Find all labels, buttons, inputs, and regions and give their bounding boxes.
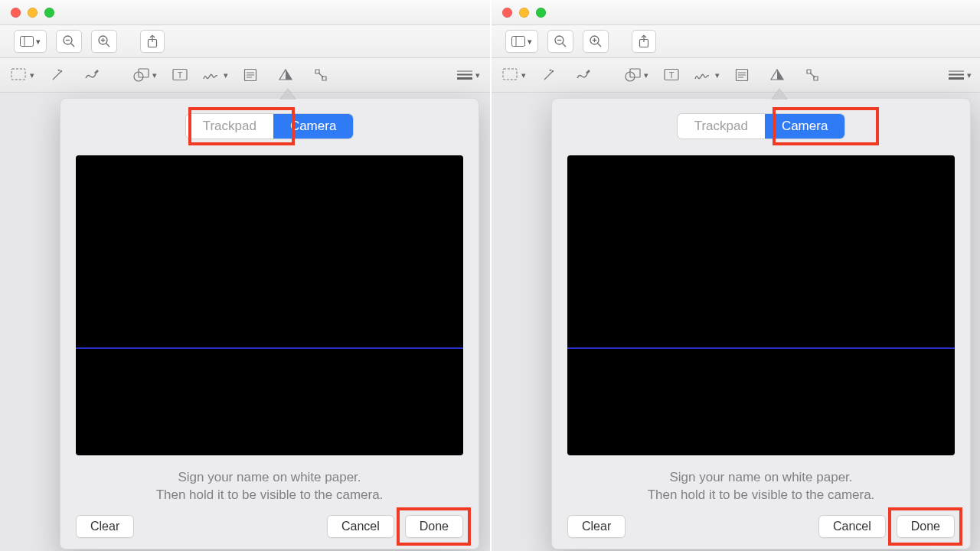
line-style-tool[interactable]: ▾ xyxy=(455,64,481,86)
done-button[interactable]: Done xyxy=(897,515,955,538)
clear-button[interactable]: Clear xyxy=(567,515,626,538)
zoom-in-button[interactable] xyxy=(91,30,117,53)
window-right: ▾ ▾ ▾ T ▾ ▾ xyxy=(490,0,980,551)
crop-tool[interactable] xyxy=(799,64,825,86)
note-tool[interactable] xyxy=(237,64,263,86)
sidebar-toggle-button[interactable]: ▾ xyxy=(505,30,538,53)
trackpad-tab[interactable]: Trackpad xyxy=(678,114,765,139)
minimize-icon[interactable] xyxy=(519,8,529,18)
hint-line1: Sign your name on white paper. xyxy=(76,469,463,487)
shapes-tool[interactable]: ▾ xyxy=(132,64,158,86)
trackpad-tab[interactable]: Trackpad xyxy=(186,114,273,139)
signature-source-segmented: Trackpad Camera xyxy=(678,114,845,139)
zoom-out-button[interactable] xyxy=(56,30,82,53)
magic-wand-icon[interactable] xyxy=(536,64,562,86)
chevron-down-icon: ▾ xyxy=(528,37,532,47)
markup-toolbar: ▾ ▾ T ▾ ▾ xyxy=(492,58,980,93)
camera-tab[interactable]: Camera xyxy=(765,114,844,139)
selection-tool[interactable]: ▾ xyxy=(9,64,35,86)
hint-line2: Then hold it to be visible to the camera… xyxy=(76,487,463,504)
selection-tool[interactable]: ▾ xyxy=(501,64,527,86)
primary-toolbar: ▾ xyxy=(0,25,490,58)
svg-rect-11 xyxy=(11,69,25,80)
svg-line-40 xyxy=(544,71,553,80)
signature-tool[interactable]: ▾ xyxy=(694,64,720,86)
window-left: ▾ ▾ ▾ T ▾ ▾ xyxy=(0,0,490,551)
close-icon[interactable] xyxy=(11,8,21,18)
svg-line-12 xyxy=(53,71,61,80)
svg-text:T: T xyxy=(669,70,675,80)
minimize-icon[interactable] xyxy=(28,8,38,18)
shapes-tool[interactable]: ▾ xyxy=(623,64,649,86)
zoom-in-button[interactable] xyxy=(583,30,609,53)
svg-rect-28 xyxy=(512,37,525,47)
note-tool[interactable] xyxy=(729,64,755,86)
done-button[interactable]: Done xyxy=(405,515,463,538)
close-icon[interactable] xyxy=(502,8,512,18)
camera-tab[interactable]: Camera xyxy=(273,114,353,139)
clear-button[interactable]: Clear xyxy=(76,515,134,538)
svg-line-34 xyxy=(598,44,602,47)
draw-icon[interactable] xyxy=(571,64,597,86)
svg-point-13 xyxy=(60,70,62,72)
share-button[interactable] xyxy=(632,30,656,53)
hint-text: Sign your name on white paper. Then hold… xyxy=(76,469,463,504)
svg-line-24 xyxy=(318,73,323,77)
svg-line-6 xyxy=(106,44,110,47)
signature-panel: Trackpad Camera Sign your name on white … xyxy=(551,98,971,549)
popover-arrow xyxy=(280,89,296,99)
markup-toolbar: ▾ ▾ T ▾ ▾ xyxy=(0,58,490,93)
adjust-color-icon[interactable] xyxy=(273,64,299,86)
signature-source-segmented: Trackpad Camera xyxy=(186,114,354,139)
svg-rect-0 xyxy=(21,37,34,47)
hint-line2: Then hold it to be visible to the camera… xyxy=(567,487,955,504)
titlebar xyxy=(492,0,980,25)
adjust-color-icon[interactable] xyxy=(764,64,790,86)
text-tool[interactable]: T xyxy=(167,64,193,86)
camera-preview xyxy=(567,155,955,455)
chevron-down-icon: ▾ xyxy=(36,37,41,47)
hint-line1: Sign your name on white paper. xyxy=(567,469,955,487)
svg-line-31 xyxy=(563,44,567,47)
svg-text:T: T xyxy=(178,70,183,80)
text-tool[interactable]: T xyxy=(658,64,684,86)
signature-guideline xyxy=(567,347,955,349)
signature-panel: Trackpad Camera Sign your name on white … xyxy=(60,98,479,549)
cancel-button[interactable]: Cancel xyxy=(818,515,886,538)
zoom-icon[interactable] xyxy=(44,8,54,18)
share-button[interactable] xyxy=(140,30,165,53)
zoom-icon[interactable] xyxy=(536,8,546,18)
primary-toolbar: ▾ xyxy=(492,25,980,58)
svg-rect-39 xyxy=(503,69,517,80)
zoom-out-button[interactable] xyxy=(547,30,573,53)
signature-guideline xyxy=(76,347,463,349)
sidebar-toggle-button[interactable]: ▾ xyxy=(14,30,47,53)
camera-preview xyxy=(76,155,463,455)
titlebar xyxy=(0,0,490,25)
magic-wand-icon[interactable] xyxy=(44,64,70,86)
svg-point-41 xyxy=(552,70,554,72)
line-style-tool[interactable]: ▾ xyxy=(946,64,972,86)
popover-arrow xyxy=(772,89,787,99)
crop-tool[interactable] xyxy=(308,64,334,86)
svg-line-3 xyxy=(71,44,75,47)
svg-line-52 xyxy=(810,73,815,77)
draw-icon[interactable] xyxy=(80,64,106,86)
hint-text: Sign your name on white paper. Then hold… xyxy=(567,469,955,504)
cancel-button[interactable]: Cancel xyxy=(327,515,394,538)
signature-tool[interactable]: ▾ xyxy=(202,64,228,86)
